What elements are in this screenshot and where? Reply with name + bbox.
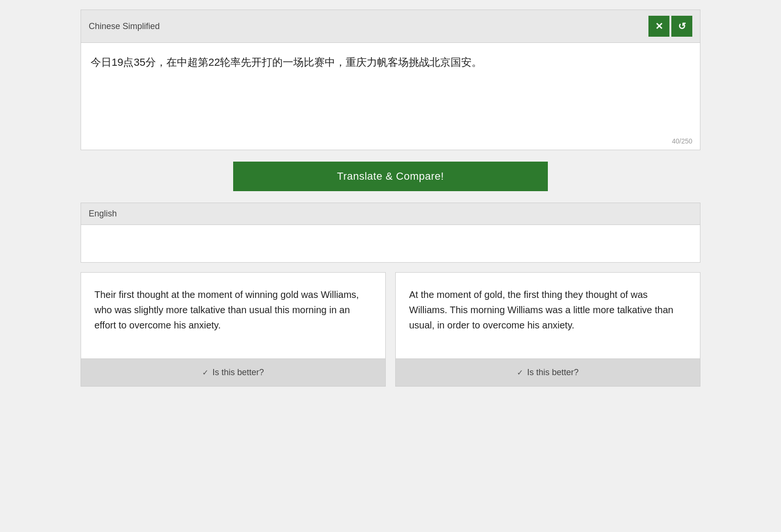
is-better-button-1[interactable]: ✓ Is this better? bbox=[81, 358, 385, 386]
translate-compare-button[interactable]: Translate & Compare! bbox=[233, 162, 548, 191]
results-grid: Their first thought at the moment of win… bbox=[81, 272, 700, 387]
source-language-header: Chinese Simplified ✕ ↺ bbox=[81, 10, 700, 43]
header-buttons: ✕ ↺ bbox=[648, 16, 692, 37]
target-section: English bbox=[81, 203, 700, 263]
result-text-1: Their first thought at the moment of win… bbox=[81, 273, 385, 358]
reset-button[interactable]: ↺ bbox=[671, 16, 692, 37]
is-better-label-1: Is this better? bbox=[212, 368, 264, 378]
source-language-label: Chinese Simplified bbox=[89, 21, 160, 31]
source-section: Chinese Simplified ✕ ↺ 40/250 bbox=[81, 10, 700, 150]
translate-btn-wrapper: Translate & Compare! bbox=[81, 162, 700, 191]
check-icon-2: ✓ bbox=[517, 368, 523, 377]
app-container: Chinese Simplified ✕ ↺ 40/250 Translate … bbox=[81, 10, 700, 387]
target-language-label: English bbox=[89, 209, 117, 218]
close-icon: ✕ bbox=[655, 20, 663, 32]
reset-icon: ↺ bbox=[678, 20, 686, 32]
target-language-header: English bbox=[81, 203, 700, 225]
close-button[interactable]: ✕ bbox=[648, 16, 669, 37]
result-text-2: At the moment of gold, the first thing t… bbox=[396, 273, 700, 358]
is-better-label-2: Is this better? bbox=[527, 368, 578, 378]
is-better-button-2[interactable]: ✓ Is this better? bbox=[396, 358, 700, 386]
source-textarea[interactable] bbox=[81, 43, 700, 148]
check-icon-1: ✓ bbox=[202, 368, 208, 377]
result-card-2: At the moment of gold, the first thing t… bbox=[395, 272, 700, 387]
char-count: 40/250 bbox=[672, 137, 692, 145]
target-empty-area bbox=[81, 225, 700, 263]
result-card-1: Their first thought at the moment of win… bbox=[81, 272, 386, 387]
